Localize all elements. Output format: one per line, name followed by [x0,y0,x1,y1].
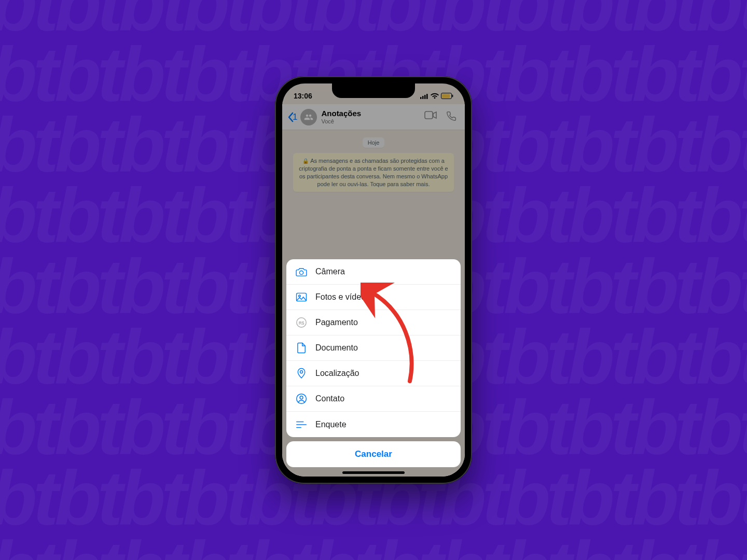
home-indicator[interactable] [342,471,405,474]
phone-notch [332,83,415,98]
attach-action-sheet: Câmera Fotos e vídeos R$ Pagamento [286,259,461,437]
attach-payment[interactable]: R$ Pagamento [286,310,461,335]
svg-text:R$: R$ [299,321,305,326]
attach-camera[interactable]: Câmera [286,259,461,285]
attach-photos-videos-label: Fotos e vídeos [315,292,370,302]
attach-document[interactable]: Documento [286,335,461,361]
document-icon [296,342,307,354]
poll-icon [296,420,307,429]
cancel-button[interactable]: Cancelar [286,441,461,467]
attach-document-label: Documento [315,343,358,353]
phone-frame: 13:06 1 Anotações [275,76,472,484]
attach-action-sheet-area: Câmera Fotos e vídeos R$ Pagamento [282,259,465,477]
cancel-label: Cancelar [355,449,392,459]
attach-contact[interactable]: Contato [286,386,461,412]
phone-screen: 13:06 1 Anotações [282,83,465,477]
attach-poll[interactable]: Enquete [286,412,461,437]
attach-contact-label: Contato [315,394,344,403]
svg-point-13 [300,371,302,373]
contact-icon [296,393,307,404]
location-pin-icon [296,368,307,379]
camera-icon [296,267,307,276]
svg-point-10 [299,295,301,297]
attach-poll-label: Enquete [315,420,347,429]
attach-location[interactable]: Localização [286,361,461,386]
attach-camera-label: Câmera [315,267,345,276]
attach-photos-videos[interactable]: Fotos e vídeos [286,285,461,310]
svg-point-15 [300,396,303,399]
svg-point-8 [299,271,303,274]
attach-location-label: Localização [315,369,359,378]
attach-payment-label: Pagamento [315,318,358,327]
image-icon [296,292,307,302]
payment-icon: R$ [296,317,307,328]
